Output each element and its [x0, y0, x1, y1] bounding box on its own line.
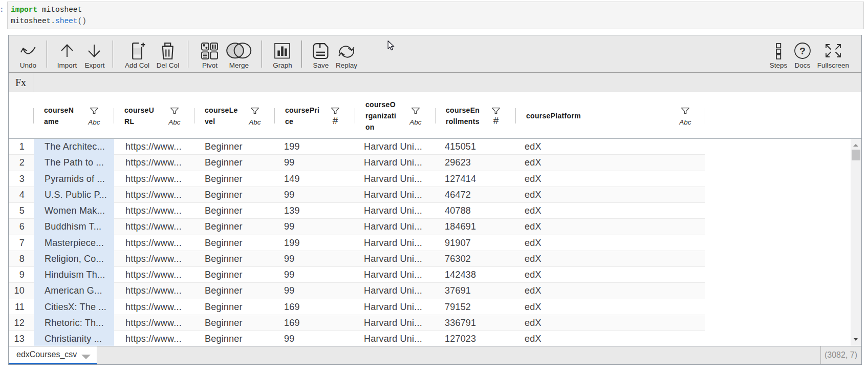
svg-text:?: ? — [799, 46, 806, 56]
